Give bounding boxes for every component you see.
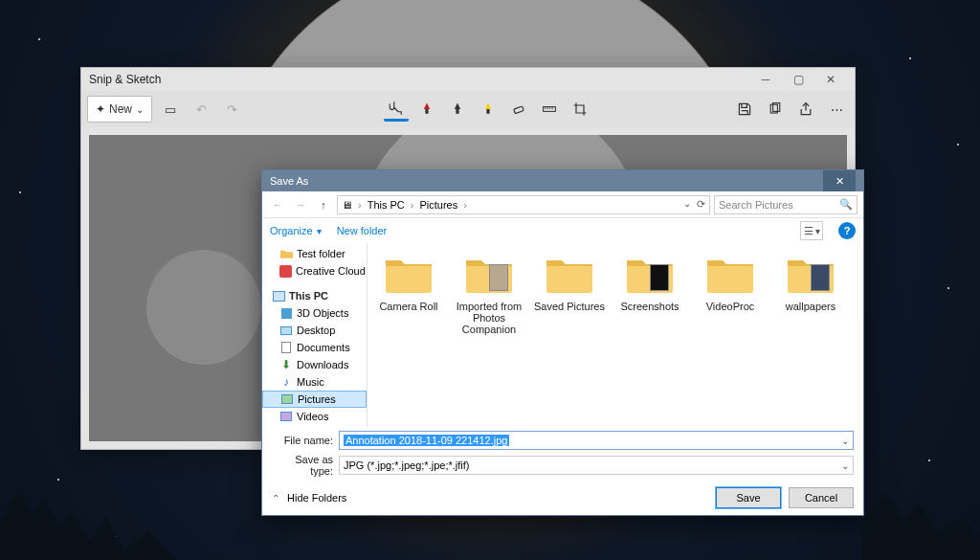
up-button[interactable]: ↑	[314, 195, 333, 214]
tree-item[interactable]: Documents	[262, 339, 367, 356]
tree-item[interactable]: Videos	[262, 408, 367, 425]
redo-button[interactable]: ↷	[219, 97, 244, 122]
refresh-icon[interactable]: ⌄ ⟳	[683, 198, 705, 211]
more-button[interactable]: ⋯	[824, 97, 849, 122]
folder-icon	[460, 251, 518, 297]
tree-item-label: Documents	[297, 342, 350, 353]
dialog-close-button[interactable]: ✕	[823, 170, 856, 191]
help-button[interactable]: ?	[838, 222, 856, 239]
pictures-icon	[280, 392, 294, 406]
undo-button[interactable]: ↶	[189, 97, 213, 122]
touch-writing-icon	[388, 100, 405, 117]
file-item[interactable]: VideoProc	[693, 251, 768, 335]
tree-item[interactable]: Pictures	[262, 391, 367, 408]
new-snip-button[interactable]: ✦ New ⌄	[87, 96, 152, 123]
music-icon: ♪	[279, 375, 293, 389]
save-fields: File name: Annotation 2018-11-09 221412.…	[262, 427, 863, 481]
tree-item[interactable]: Test folder	[262, 245, 367, 262]
chevron-down-icon[interactable]: ⌄	[841, 460, 849, 471]
chevron-down-icon: ▾	[317, 226, 322, 236]
cc-icon	[279, 264, 292, 278]
file-item-label: VideoProc	[706, 301, 755, 312]
file-list[interactable]: Camera RollImported from Photos Companio…	[368, 243, 863, 427]
share-icon	[798, 101, 813, 117]
chevron-right-icon: ›	[411, 199, 414, 211]
minimize-button[interactable]: ─	[749, 69, 782, 90]
organize-menu[interactable]: Organize ▾	[270, 225, 322, 236]
maximize-button[interactable]: ▢	[782, 69, 814, 90]
file-item[interactable]: wallpapers	[773, 251, 848, 335]
file-item-label: Screenshots	[620, 301, 679, 312]
new-label: New	[109, 102, 132, 116]
save-button[interactable]	[732, 97, 757, 122]
saveastype-label: Save as type:	[272, 454, 339, 477]
more-icon: ⋯	[831, 102, 843, 117]
chevron-down-icon: ⌄	[136, 104, 144, 115]
highlighter-button[interactable]	[476, 97, 501, 122]
save-confirm-button[interactable]: Save	[716, 487, 781, 508]
new-folder-button[interactable]: New folder	[337, 225, 388, 236]
chevron-up-icon[interactable]: ⌃	[272, 493, 279, 504]
filename-value: Annotation 2018-11-09 221412.jpg	[344, 435, 509, 446]
downloads-icon: ⬇	[279, 358, 293, 371]
tree-item[interactable]: This PC	[262, 287, 367, 304]
tree-item[interactable]: 3D Objects	[262, 304, 367, 322]
search-placeholder: Search Pictures	[719, 199, 793, 211]
save-as-title: Save As	[270, 175, 308, 187]
ballpoint-pen-button[interactable]	[414, 97, 439, 122]
filename-input[interactable]: Annotation 2018-11-09 221412.jpg ⌄	[339, 431, 854, 450]
save-icon	[737, 101, 752, 117]
search-input[interactable]: Search Pictures 🔍	[714, 195, 858, 214]
tree-item[interactable]: Desktop	[262, 322, 367, 339]
chevron-right-icon: ›	[463, 199, 467, 211]
save-as-dialog: Save As ✕ ← → ↑ 🖥 › This PC › Pictures ›…	[261, 169, 864, 516]
dialog-footer: ⌃ Hide Folders Save Cancel	[262, 481, 863, 515]
share-button[interactable]	[793, 97, 818, 122]
folder-thumbnail	[489, 264, 508, 291]
snip-titlebar[interactable]: Snip & Sketch ─ ▢ ✕	[81, 68, 855, 91]
view-options-button[interactable]: ☰▾	[800, 221, 823, 240]
save-as-titlebar[interactable]: Save As ✕	[262, 170, 863, 191]
ruler-button[interactable]	[537, 97, 562, 122]
copy-button[interactable]	[763, 97, 788, 122]
tree-item[interactable]: ⬇Downloads	[262, 356, 367, 373]
tree-item-label: Downloads	[297, 359, 348, 370]
back-button[interactable]: ←	[268, 195, 287, 214]
breadcrumb-root[interactable]: This PC	[368, 199, 405, 211]
file-item[interactable]: Screenshots	[612, 251, 687, 335]
eraser-button[interactable]	[506, 97, 531, 122]
tree-item-label: Music	[297, 376, 324, 388]
folder-icon	[782, 251, 839, 297]
new-icon: ✦	[96, 102, 105, 116]
svg-rect-0	[425, 109, 428, 114]
nav-tree[interactable]: Test folderCreative Cloud FilThis PC3D O…	[262, 243, 368, 427]
file-item[interactable]: Saved Pictures	[532, 251, 607, 335]
crop-button[interactable]	[568, 97, 592, 122]
saveastype-select[interactable]: JPG (*.jpg;*.jpeg;*.jpe;*.jfif) ⌄	[339, 456, 854, 475]
search-icon: 🔍	[839, 198, 853, 211]
file-item[interactable]: Camera Roll	[371, 251, 446, 335]
tree-item-label: Test folder	[297, 248, 345, 259]
tree-item[interactable]: ♪Music	[262, 373, 367, 391]
address-bar[interactable]: 🖥 › This PC › Pictures › ⌄ ⟳	[337, 195, 710, 214]
file-item[interactable]: Imported from Photos Companion	[452, 251, 526, 335]
docs-icon	[279, 341, 293, 354]
crop-icon	[572, 101, 588, 117]
svg-rect-2	[486, 109, 489, 114]
pc-icon: 🖥	[342, 199, 352, 211]
tree-item[interactable]: Creative Cloud Fil	[262, 262, 367, 280]
file-item-label: wallpapers	[786, 301, 836, 312]
file-item-label: Saved Pictures	[534, 301, 605, 312]
close-button[interactable]: ✕	[814, 69, 847, 90]
chevron-down-icon[interactable]: ⌄	[841, 436, 849, 446]
ruler-icon	[542, 101, 557, 117]
tree-item-label: Desktop	[297, 325, 335, 336]
delay-button[interactable]: ▭	[158, 97, 183, 122]
forward-button[interactable]: →	[291, 195, 310, 214]
touch-writing-button[interactable]	[384, 97, 409, 122]
cancel-button[interactable]: Cancel	[789, 487, 854, 508]
pencil-button[interactable]	[445, 97, 470, 122]
hide-folders-link[interactable]: Hide Folders	[287, 492, 346, 504]
breadcrumb-folder[interactable]: Pictures	[419, 199, 457, 211]
folder-thumbnail	[811, 264, 830, 291]
